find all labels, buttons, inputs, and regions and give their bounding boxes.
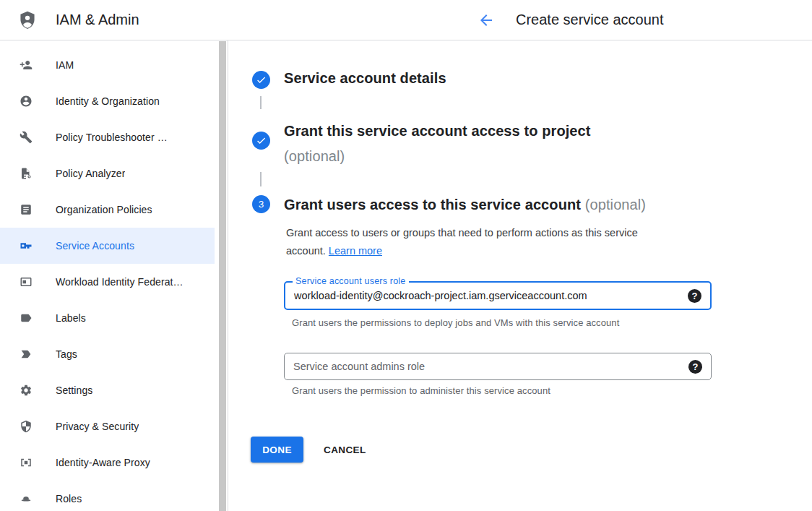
hat-icon — [20, 492, 33, 505]
sidebar-menu: IAM Identity & Organization Policy Troub… — [0, 41, 228, 511]
sidebar-item-label: Labels — [56, 300, 86, 336]
step-connector — [260, 96, 262, 109]
step-connector — [260, 172, 262, 186]
sidebar-item-label: Identity-Aware Proxy — [56, 445, 150, 481]
step-3-number-badge: 3 — [252, 195, 270, 213]
admins-role-field: ? — [284, 353, 712, 380]
sidebar-item-workload-identity-federation[interactable]: Workload Identity Federat… — [0, 264, 215, 300]
step-1-complete-check-icon — [252, 71, 270, 89]
step-3-heading: Grant users access to this service accou… — [284, 197, 646, 213]
sidebar-item-label: Policy Analyzer — [56, 155, 125, 192]
sidebar-item-label: Policy Troubleshooter … — [56, 119, 168, 155]
person-add-icon — [20, 59, 33, 72]
sidebar-item-label: Roles — [56, 481, 82, 511]
step-3-title: Grant users access to this service accou… — [284, 197, 581, 212]
step-3-optional-label: (optional) — [585, 197, 646, 212]
help-icon[interactable]: ? — [688, 360, 702, 374]
wrench-icon — [20, 131, 33, 144]
cancel-button[interactable]: CANCEL — [315, 437, 375, 463]
top-app-bar: IAM & Admin Create service account — [0, 0, 812, 40]
shield-half-icon — [20, 420, 33, 433]
users-role-input[interactable] — [285, 283, 710, 309]
sidebar-item-label: Identity & Organization — [56, 83, 160, 119]
id-card-icon — [20, 275, 33, 288]
step-2-heading: Grant this service account access to pro… — [284, 119, 591, 169]
step-1-heading: Service account details — [284, 70, 446, 87]
admins-role-input[interactable] — [285, 353, 711, 379]
sidebar-item-privacy-security[interactable]: Privacy & Security — [0, 408, 215, 445]
gear-icon — [20, 384, 33, 397]
sidebar-item-organization-policies[interactable]: Organization Policies — [0, 192, 215, 228]
sidebar-item-roles[interactable]: Roles — [0, 481, 215, 511]
sidebar-item-identity-organization[interactable]: Identity & Organization — [0, 83, 215, 119]
step-2-title: Grant this service account access to pro… — [284, 123, 591, 139]
done-button[interactable]: DONE — [251, 437, 303, 463]
admins-role-helper-text: Grant users the permission to administer… — [292, 385, 550, 396]
policy-analyzer-icon — [20, 167, 33, 180]
product-name: IAM & Admin — [56, 12, 139, 28]
sidebar-item-iam[interactable]: IAM — [0, 47, 215, 83]
step-2-optional-label: (optional) — [284, 144, 591, 169]
users-role-field: Service account users role ? — [284, 281, 712, 310]
sidebar-item-label: Tags — [56, 336, 77, 372]
account-circle-icon — [20, 95, 33, 108]
sidebar-item-settings[interactable]: Settings — [0, 372, 215, 408]
learn-more-link[interactable]: Learn more — [329, 245, 382, 257]
page-title: Create service account — [516, 12, 664, 28]
sidebar-item-label: Organization Policies — [56, 192, 152, 228]
sidebar-item-policy-troubleshooter[interactable]: Policy Troubleshooter … — [0, 119, 215, 155]
iam-admin-shield-icon — [17, 10, 38, 30]
sidebar-item-labels[interactable]: Labels — [0, 300, 215, 336]
sidebar-item-label: Settings — [56, 372, 92, 408]
sidebar-item-label: Service Accounts — [56, 228, 134, 264]
sidebar-item-label: IAM — [56, 47, 74, 83]
step-2-complete-check-icon — [252, 132, 270, 150]
sidebar-scrollbar-thumb[interactable] — [219, 41, 226, 511]
sidebar: IAM Identity & Organization Policy Troub… — [0, 0, 228, 511]
main-content: Service account details Grant this servi… — [228, 0, 812, 511]
article-icon — [20, 203, 33, 216]
sidebar-item-label: Privacy & Security — [56, 408, 139, 445]
sidebar-item-service-accounts[interactable]: Service Accounts — [0, 228, 215, 264]
back-arrow-icon[interactable] — [478, 12, 495, 29]
service-account-key-icon — [20, 239, 33, 252]
tag-arrow-icon — [20, 348, 33, 361]
users-role-helper-text: Grant users the permissions to deploy jo… — [292, 317, 619, 328]
sidebar-item-policy-analyzer[interactable]: Policy Analyzer — [0, 155, 215, 192]
label-icon — [20, 312, 33, 325]
step-3-number: 3 — [259, 199, 264, 210]
sidebar-item-label: Workload Identity Federat… — [56, 264, 183, 300]
sidebar-item-tags[interactable]: Tags — [0, 336, 215, 372]
help-icon[interactable]: ? — [688, 289, 701, 303]
sidebar-item-identity-aware-proxy[interactable]: Identity-Aware Proxy — [0, 445, 215, 481]
step-3-description: Grant access to users or groups that nee… — [286, 224, 680, 260]
proxy-icon — [20, 456, 33, 469]
